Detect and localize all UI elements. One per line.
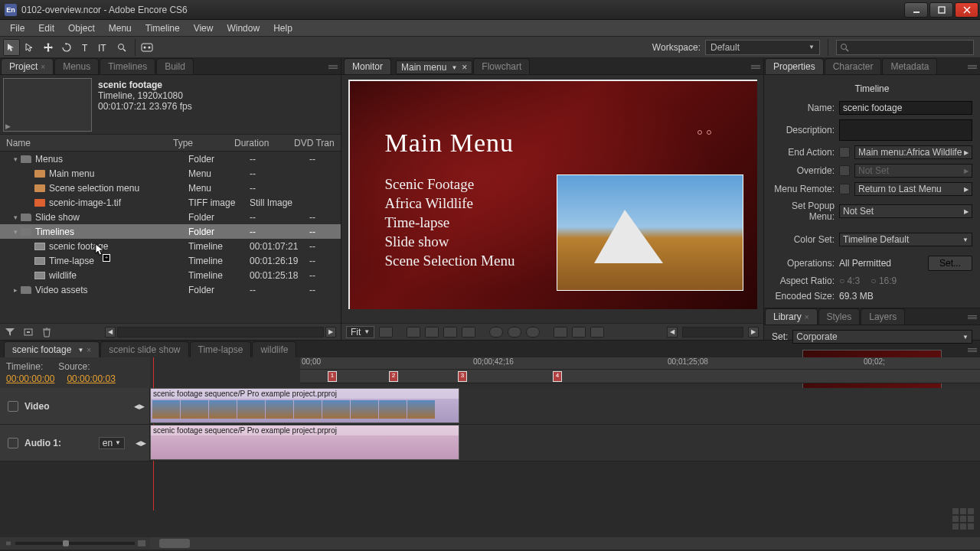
close-button[interactable] <box>955 2 978 18</box>
tab-library[interactable]: Library× <box>765 308 818 324</box>
trash-icon[interactable] <box>41 327 52 337</box>
zoom-tool[interactable] <box>113 39 130 56</box>
menuremote-dropdown[interactable]: Return to Last Menu▶ <box>854 182 972 196</box>
project-row[interactable]: wildlifeTimeline00:01:25:18-- <box>0 268 341 282</box>
zoom-dropdown[interactable]: Fit▼ <box>346 326 374 338</box>
tab-monitor[interactable]: Monitor <box>344 58 391 74</box>
rotate-tool[interactable] <box>58 39 75 56</box>
panel-menu-icon[interactable] <box>328 65 341 74</box>
panel-menu-icon[interactable] <box>968 65 980 74</box>
collapse-icon[interactable]: ◀▶ <box>136 439 146 447</box>
hscroll-right[interactable]: ▶ <box>748 327 759 337</box>
vertical-text-tool[interactable]: IT <box>95 39 112 56</box>
tab-build[interactable]: Build <box>156 58 194 74</box>
preview-menu-item[interactable]: Africa Wildlife <box>385 195 515 212</box>
btn-3-icon[interactable] <box>526 327 540 337</box>
new-item-icon[interactable] <box>23 327 34 337</box>
aspect-43-radio[interactable]: 4:3 <box>839 276 860 286</box>
override-dropdown[interactable]: Not Set▶ <box>854 164 972 178</box>
tab-layers[interactable]: Layers <box>861 308 905 324</box>
menu-window[interactable]: Window <box>220 21 266 35</box>
tab-metadata[interactable]: Metadata <box>882 58 937 74</box>
show-activated-icon[interactable] <box>462 327 475 337</box>
play-icon[interactable]: ▶ <box>5 122 11 130</box>
timeline-hscrollbar[interactable] <box>150 537 980 549</box>
routing-icon[interactable] <box>407 327 420 337</box>
setpopup-dropdown[interactable]: Not Set▶ <box>839 204 972 218</box>
filter-icon[interactable] <box>5 327 15 337</box>
search-input[interactable] <box>836 40 974 55</box>
maximize-button[interactable] <box>929 2 953 18</box>
preview-menu-item[interactable]: Time-lapse <box>385 214 515 231</box>
show-selected-icon[interactable] <box>443 327 457 337</box>
toggle-visibility-icon[interactable] <box>8 401 18 412</box>
project-row[interactable]: Scene selection menuMenu-- <box>0 181 341 195</box>
btn-2-icon[interactable] <box>508 327 521 337</box>
aspect-169-radio[interactable]: 16:9 <box>871 276 897 286</box>
play-icon[interactable] <box>572 327 586 337</box>
project-row[interactable]: Main menuMenu-- <box>0 166 341 181</box>
col-name[interactable]: Name <box>6 138 173 148</box>
menu-view[interactable]: View <box>187 21 220 35</box>
chapter-marks[interactable]: 1 2 3 4 <box>300 370 980 383</box>
link-icon[interactable] <box>839 165 850 176</box>
src-timecode[interactable]: 00:00:00:03 <box>67 373 115 384</box>
workspace-dropdown[interactable]: Default▼ <box>705 40 820 55</box>
scroll-left[interactable]: ◀ <box>105 327 116 337</box>
hscroll-left[interactable]: ◀ <box>667 327 678 337</box>
set-button[interactable]: Set... <box>928 256 972 271</box>
edit-menu-photoshop[interactable] <box>139 39 155 56</box>
chapter-2[interactable]: 2 <box>389 371 398 382</box>
chapter-3[interactable]: 3 <box>458 371 467 382</box>
monitor-menu-dropdown[interactable]: Main menu▼× <box>396 60 472 74</box>
safe-area-icon[interactable] <box>379 327 393 337</box>
preview-menu-item[interactable]: Scene Selection Menu <box>385 253 515 269</box>
project-row[interactable]: ▾TimelinesFolder---- <box>0 224 341 239</box>
direct-select-tool[interactable] <box>21 39 38 56</box>
project-list-header[interactable]: Name Type Duration DVD Tran <box>0 135 341 152</box>
menu-timeline[interactable]: Timeline <box>139 21 187 35</box>
colorset-dropdown[interactable]: Timeline Default▼ <box>839 233 972 246</box>
text-tool[interactable]: T <box>77 39 93 56</box>
tl-tab-wildlife[interactable]: wildlife <box>252 341 296 357</box>
prev-frame-icon[interactable] <box>554 327 567 337</box>
collapse-icon[interactable]: ◀▶ <box>134 403 145 410</box>
project-row[interactable]: scenic footageTimeline00:01:07:21-- <box>0 239 341 253</box>
link-icon[interactable] <box>839 184 850 194</box>
endaction-dropdown[interactable]: Main menu:Africa Wildlife▶ <box>854 145 972 159</box>
desc-input[interactable] <box>839 119 972 141</box>
tab-properties[interactable]: Properties <box>765 58 824 74</box>
project-row[interactable]: Time-lapseTimeline00:01:26:19-- <box>0 253 341 268</box>
selection-tool[interactable] <box>3 39 20 56</box>
close-tab-icon[interactable]: × <box>41 63 45 71</box>
menu-preview[interactable]: Main Menu Scenic FootageAfrica WildlifeT… <box>348 80 757 309</box>
col-dvdtran[interactable]: DVD Tran <box>294 138 341 148</box>
toggle-audio-icon[interactable] <box>8 438 18 448</box>
time-ruler[interactable]: 00;00 00;00;42;16 00;01;25;08 00;02; <box>300 357 980 370</box>
tab-project[interactable]: Project× <box>1 58 54 74</box>
menu-help[interactable]: Help <box>266 21 299 35</box>
tab-styles[interactable]: Styles <box>818 308 861 324</box>
chapter-4[interactable]: 4 <box>553 371 562 382</box>
tl-tab-slideshow[interactable]: scenic slide show <box>100 341 188 357</box>
col-duration[interactable]: Duration <box>234 138 294 148</box>
project-row[interactable]: ▾MenusFolder---- <box>0 152 341 166</box>
move-tool[interactable] <box>40 39 57 56</box>
project-row[interactable]: ▸Video assetsFolder---- <box>0 282 341 297</box>
menu-file[interactable]: File <box>3 21 31 35</box>
panel-menu-icon[interactable] <box>968 315 980 324</box>
panel-menu-icon[interactable] <box>968 348 980 357</box>
tab-flowchart[interactable]: Flowchart <box>473 58 530 74</box>
close-icon[interactable]: × <box>462 62 467 73</box>
scroll-right[interactable]: ▶ <box>325 327 336 337</box>
tab-timelines[interactable]: Timelines <box>100 58 155 74</box>
tl-tab-scenic[interactable]: scenic footage▼× <box>4 341 100 357</box>
tl-timecode[interactable]: 00:00:00:00 <box>6 373 54 384</box>
show-normal-icon[interactable] <box>425 327 439 337</box>
link-icon[interactable] <box>839 147 850 158</box>
tab-character[interactable]: Character <box>825 58 882 74</box>
preview-menu-item[interactable]: Scenic Footage <box>385 176 515 193</box>
btn-1-icon[interactable] <box>489 327 503 337</box>
chapter-1[interactable]: 1 <box>328 371 337 382</box>
col-type[interactable]: Type <box>173 138 234 148</box>
